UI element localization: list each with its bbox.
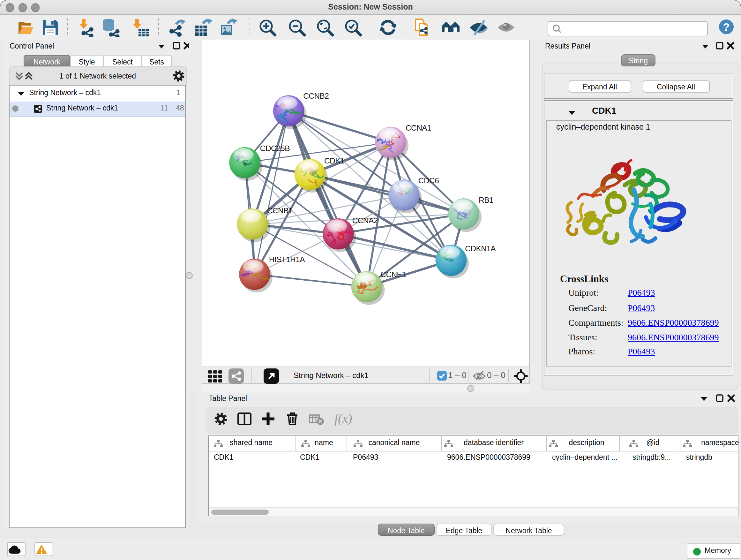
svg-text:CCNE1: CCNE1 [381, 270, 406, 279]
svg-text:CCNA2: CCNA2 [352, 216, 378, 225]
svg-text:CDK1: CDK1 [324, 157, 344, 165]
svg-text:CDC6: CDC6 [418, 176, 439, 185]
svg-text:CCNB1: CCNB1 [267, 206, 293, 215]
svg-text:CDC25B: CDC25B [260, 144, 290, 152]
svg-text:CDKN1A: CDKN1A [465, 244, 496, 253]
svg-text:HIST1H1A: HIST1H1A [269, 255, 306, 264]
svg-text:RB1: RB1 [479, 196, 493, 204]
svg-text:CCNA1: CCNA1 [406, 124, 431, 132]
svg-text:?: ? [723, 21, 730, 33]
svg-text:CCNB2: CCNB2 [303, 91, 329, 100]
